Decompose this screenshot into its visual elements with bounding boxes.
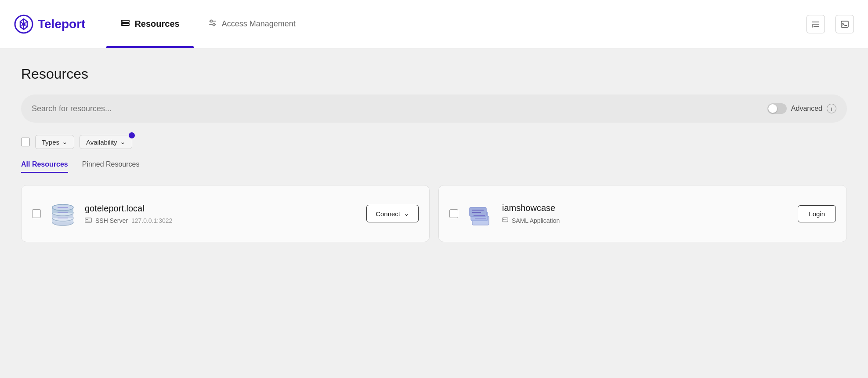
tab-pinned-resources-label: Pinned Resources <box>82 160 140 168</box>
connect-chevron-icon: ⌄ <box>404 210 409 218</box>
tab-pinned-resources[interactable]: Pinned Resources <box>82 157 140 173</box>
tab-all-resources[interactable]: All Resources <box>21 157 68 173</box>
card-info-app: iamshowcase SAML Application <box>502 203 790 224</box>
resource-card-server: goteleport.local SSH Server 127.0.0.1:30… <box>21 185 430 242</box>
availability-filter-label: Availability <box>86 138 117 146</box>
card-info-server: goteleport.local SSH Server 127.0.0.1:30… <box>85 204 358 224</box>
svg-rect-32 <box>86 219 88 220</box>
page-title: Resources <box>21 66 847 82</box>
advanced-label: Advanced <box>791 105 822 113</box>
nav-resources[interactable]: Resources <box>106 0 193 48</box>
availability-chevron-icon: ⌄ <box>120 138 126 146</box>
connect-button[interactable]: Connect ⌄ <box>366 205 419 222</box>
card-meta-server: SSH Server 127.0.0.1:3022 <box>85 217 358 224</box>
card-checkbox-server[interactable] <box>32 209 41 218</box>
nav-right <box>807 15 854 33</box>
svg-point-1 <box>22 22 25 26</box>
toggle-knob <box>768 104 777 113</box>
types-filter-button[interactable]: Types ⌄ <box>35 135 74 149</box>
select-all-checkbox[interactable] <box>21 138 30 146</box>
logo[interactable]: Teleport <box>14 15 85 34</box>
main-content: Resources Advanced i Types ⌄ Availabilit… <box>0 48 868 260</box>
svg-point-11 <box>123 24 123 25</box>
ssh-server-icon <box>85 217 92 224</box>
card-name-app: iamshowcase <box>502 203 790 213</box>
login-button[interactable]: Login <box>798 205 836 222</box>
svg-point-10 <box>123 21 123 22</box>
resource-card-app: iamshowcase SAML Application Login <box>438 185 847 242</box>
activity-icon-btn[interactable] <box>807 15 825 33</box>
svg-rect-43 <box>503 219 504 220</box>
svg-rect-33 <box>86 221 90 221</box>
types-chevron-icon: ⌄ <box>62 138 68 146</box>
info-icon[interactable]: i <box>827 104 836 113</box>
svg-point-13 <box>210 20 212 22</box>
svg-rect-31 <box>85 218 92 222</box>
resources-grid: goteleport.local SSH Server 127.0.0.1:30… <box>21 185 847 242</box>
search-right: Advanced i <box>767 103 836 114</box>
server-icon <box>49 200 77 228</box>
search-input[interactable] <box>32 104 767 113</box>
nav-access-management-label: Access Management <box>222 19 296 29</box>
search-bar: Advanced i <box>21 94 847 123</box>
resources-icon <box>120 18 130 30</box>
resource-tabs: All Resources Pinned Resources <box>21 157 847 173</box>
nav-access-management[interactable]: Access Management <box>194 0 310 48</box>
tab-all-resources-label: All Resources <box>21 160 68 168</box>
card-action-server: Connect ⌄ <box>366 205 419 222</box>
card-meta-app: SAML Application <box>502 217 790 224</box>
nav-resources-label: Resources <box>134 19 179 29</box>
login-label: Login <box>809 210 825 218</box>
teleport-logo-icon <box>14 15 33 34</box>
svg-point-15 <box>213 24 215 26</box>
connect-label: Connect <box>376 210 400 218</box>
svg-rect-19 <box>841 21 848 27</box>
types-filter-label: Types <box>42 138 59 146</box>
terminal-icon-btn[interactable] <box>835 15 854 33</box>
logo-text: Teleport <box>38 17 85 31</box>
availability-filter-button[interactable]: Availability ⌄ <box>80 135 132 149</box>
advanced-toggle[interactable] <box>767 103 787 114</box>
saml-app-icon <box>502 217 508 224</box>
card-checkbox-app[interactable] <box>449 209 458 218</box>
availability-active-badge <box>129 132 135 138</box>
card-name-server: goteleport.local <box>85 204 358 214</box>
filters-row: Types ⌄ Availability ⌄ <box>21 135 847 149</box>
availability-wrapper: Availability ⌄ <box>80 135 132 149</box>
card-action-app: Login <box>798 205 836 222</box>
header: Teleport Resources <box>0 0 868 48</box>
main-nav: Resources Access Management <box>106 0 854 48</box>
app-icon <box>466 200 494 228</box>
access-management-icon <box>208 18 217 30</box>
